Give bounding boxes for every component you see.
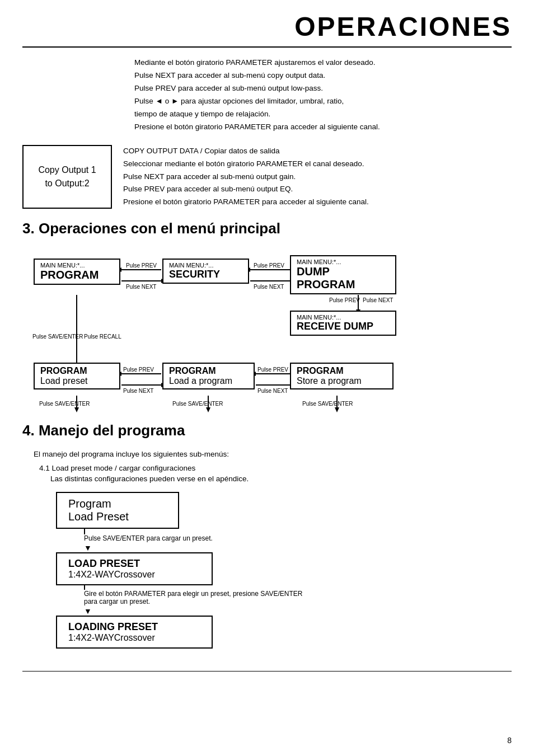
preset-box3-line2: 1:4X2-WAYCrossover <box>68 633 200 643</box>
p1-box: PROGRAM Load preset <box>34 363 120 389</box>
mm3-box: MAIN MENU:*... DUMP PROGRAM <box>290 255 396 294</box>
preset-box3-line1: LOADING PRESET <box>68 621 200 633</box>
copy-text-1: COPY OUTPUT DATA / Copiar datos de salid… <box>123 145 512 158</box>
mm4-label2: RECEIVE DUMP <box>297 321 390 332</box>
svg-text:Pulse PREV: Pulse PREV <box>329 297 360 303</box>
page-title: OPERACIONES <box>294 12 512 41</box>
copy-text-5: Presione el botón giratorio PARAMETER pa… <box>123 196 512 209</box>
intro-section: Mediante el botón giratorio PARAMETER aj… <box>22 57 512 134</box>
intro-line-1: Mediante el botón giratorio PARAMETER aj… <box>134 57 512 69</box>
page: OPERACIONES Mediante el botón giratorio … <box>0 0 534 756</box>
page-header: OPERACIONES <box>22 11 512 48</box>
preset-box2-line1: LOAD PRESET <box>68 558 200 570</box>
copy-section: Copy Output 1 to Output:2 COPY OUTPUT DA… <box>22 145 512 209</box>
svg-text:Pulse NEXT: Pulse NEXT <box>126 284 156 290</box>
p2-label2: Load a program <box>169 376 248 386</box>
svg-marker-33 <box>74 407 79 412</box>
mm1-box: MAIN MENU:*... PROGRAM <box>34 259 120 285</box>
svg-text:Pulse PREV: Pulse PREV <box>126 262 157 269</box>
p1-label1: PROGRAM <box>40 366 114 376</box>
copy-text-2: Seleccionar mediante el botón giratorio … <box>123 158 512 171</box>
preset-box-2: LOAD PRESET 1:4X2-WAYCrossover <box>56 552 213 585</box>
svg-text:Pulse NEXT: Pulse NEXT <box>123 388 153 394</box>
mm1-label1: MAIN MENU:*... <box>40 262 114 269</box>
svg-text:Pulse PREV: Pulse PREV <box>254 262 284 269</box>
section4-body: El manejo del programa incluye los sigui… <box>34 448 512 461</box>
svg-text:Pulse SAVE/ENTER: Pulse SAVE/ENTER <box>39 401 90 407</box>
arrow1-label: Pulse SAVE/ENTER para cargar un preset. <box>84 534 213 542</box>
copy-box-line2: to Output:2 <box>45 177 89 190</box>
p3-label1: PROGRAM <box>297 366 387 376</box>
mm4-box: MAIN MENU:*... RECEIVE DUMP <box>290 311 396 336</box>
preset-box-1: Program Load Preset <box>56 492 179 529</box>
arrow1-block: Pulse SAVE/ENTER para cargar un preset. … <box>84 529 213 552</box>
preset-flow: Program Load Preset Pulse SAVE/ENTER par… <box>56 492 512 649</box>
svg-text:Pulse NEXT: Pulse NEXT <box>257 388 288 394</box>
p2-box: PROGRAM Load a program <box>162 363 255 389</box>
intro-line-6: Presione el botón giratorio PARAMETER pa… <box>134 121 512 134</box>
svg-text:Pulse NEXT: Pulse NEXT <box>254 284 284 290</box>
arrow2-label2: para cargar un preset. <box>84 598 150 605</box>
svg-text:Pulse PREV: Pulse PREV <box>257 367 288 373</box>
arrow2-down: ▼ <box>84 607 92 616</box>
svg-text:Pulse PREV: Pulse PREV <box>123 367 154 373</box>
copy-box-line1: Copy Output 1 <box>38 163 96 177</box>
mm2-label1: MAIN MENU:*... <box>169 262 242 269</box>
mm2-label2: SECURITY <box>169 269 242 280</box>
intro-line-4: Pulse ◄ o ► para ajustar opciones del li… <box>134 95 512 108</box>
preset-box2-line2: 1:4X2-WAYCrossover <box>68 570 200 580</box>
preset-box1-line1: Program <box>68 497 167 510</box>
main-diagram: Pulse PREV Pulse NEXT Pulse PREV Pulse N… <box>22 246 515 414</box>
preset-box-3: LOADING PRESET 1:4X2-WAYCrossover <box>56 616 213 649</box>
svg-text:Pulse SAVE/ENTER: Pulse SAVE/ENTER <box>172 401 223 407</box>
copy-text-3: Pulse NEXT para acceder al sub-menú outp… <box>123 171 512 184</box>
mm4-label1: MAIN MENU:*... <box>297 314 390 321</box>
copy-text: COPY OUTPUT DATA / Copiar datos de salid… <box>123 145 512 209</box>
copy-box: Copy Output 1 to Output:2 <box>22 145 112 209</box>
svg-text:Pulse SAVE/ENTER: Pulse SAVE/ENTER <box>302 401 353 407</box>
mm3-label2: DUMP PROGRAM <box>297 265 390 291</box>
copy-text-4: Pulse PREV para acceder al sub-menú outp… <box>123 183 512 196</box>
intro-line-3: Pulse PREV para acceder al sub-menú outp… <box>134 82 512 95</box>
svg-text:Pulse RECALL: Pulse RECALL <box>84 334 121 340</box>
mm2-box: MAIN MENU:*... SECURITY <box>162 259 249 284</box>
intro-line-5: tiempo de ataque y tiempo de relajación. <box>134 108 512 121</box>
svg-marker-36 <box>206 407 210 412</box>
arrow2-label: Gire el botón PARAMETER para elegir un p… <box>84 590 302 598</box>
intro-text: Mediante el botón giratorio PARAMETER aj… <box>134 57 512 134</box>
p3-label2: Store a program <box>297 376 387 386</box>
section4-heading: 4. Manejo del programa <box>22 422 512 439</box>
arrow1-down: ▼ <box>84 543 92 552</box>
bottom-hr <box>22 671 512 672</box>
arrow2-block: Gire el botón PARAMETER para elegir un p… <box>84 585 302 616</box>
svg-marker-39 <box>335 407 339 412</box>
mm1-label2: PROGRAM <box>40 269 114 281</box>
svg-text:Pulse NEXT: Pulse NEXT <box>363 297 393 303</box>
page-number: 8 <box>507 736 512 745</box>
p3-box: PROGRAM Store a program <box>290 363 394 389</box>
svg-text:Pulse SAVE/ENTER: Pulse SAVE/ENTER <box>32 334 83 340</box>
mm3-label1: MAIN MENU:*... <box>297 259 390 265</box>
section4-sub1b: Las distintas configuraciones pueden ver… <box>50 475 512 483</box>
p1-label2: Load preset <box>40 376 114 386</box>
section4-sub1: 4.1 Load preset mode / cargar configurac… <box>39 464 512 472</box>
intro-line-2: Pulse NEXT para acceder al sub-menú copy… <box>134 69 512 82</box>
preset-box1-line2: Load Preset <box>68 510 167 523</box>
section3-heading: 3. Operaciones con el menú principal <box>22 220 512 237</box>
p2-label1: PROGRAM <box>169 366 248 376</box>
